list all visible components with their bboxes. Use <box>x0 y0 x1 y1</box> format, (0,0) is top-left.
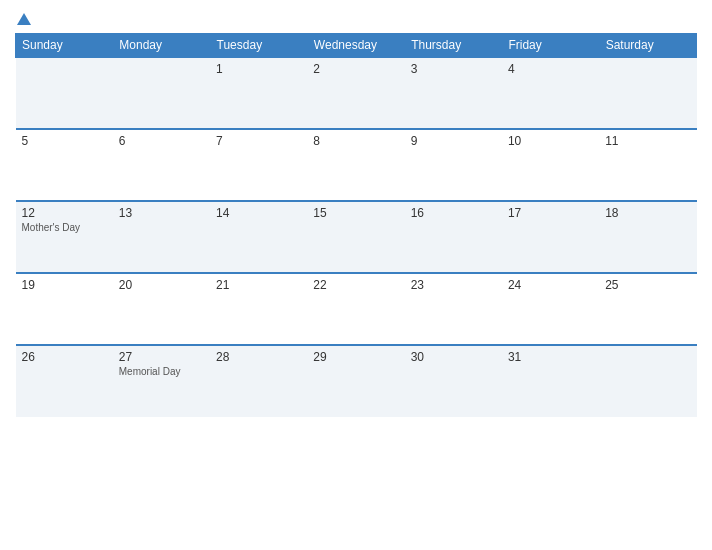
calendar-cell <box>599 57 696 129</box>
calendar-cell: 3 <box>405 57 502 129</box>
weekday-header-monday: Monday <box>113 34 210 58</box>
weekday-header-thursday: Thursday <box>405 34 502 58</box>
header <box>15 10 697 25</box>
calendar-cell: 15 <box>307 201 404 273</box>
day-number: 24 <box>508 278 593 292</box>
calendar-cell: 16 <box>405 201 502 273</box>
calendar-cell: 9 <box>405 129 502 201</box>
calendar-cell: 12Mother's Day <box>16 201 113 273</box>
calendar-header: SundayMondayTuesdayWednesdayThursdayFrid… <box>16 34 697 58</box>
day-number: 8 <box>313 134 398 148</box>
calendar-cell: 21 <box>210 273 307 345</box>
calendar-cell: 1 <box>210 57 307 129</box>
calendar-cell: 2 <box>307 57 404 129</box>
day-number: 14 <box>216 206 301 220</box>
calendar-body: 123456789101112Mother's Day1314151617181… <box>16 57 697 417</box>
logo <box>15 10 31 25</box>
day-number: 27 <box>119 350 204 364</box>
day-number: 13 <box>119 206 204 220</box>
day-number: 12 <box>22 206 107 220</box>
calendar-cell: 8 <box>307 129 404 201</box>
day-number: 16 <box>411 206 496 220</box>
calendar-cell <box>599 345 696 417</box>
day-number: 3 <box>411 62 496 76</box>
day-number: 1 <box>216 62 301 76</box>
calendar-cell: 6 <box>113 129 210 201</box>
calendar-cell: 27Memorial Day <box>113 345 210 417</box>
calendar-cell: 25 <box>599 273 696 345</box>
calendar-cell: 28 <box>210 345 307 417</box>
day-number: 26 <box>22 350 107 364</box>
calendar-cell: 10 <box>502 129 599 201</box>
calendar-cell: 18 <box>599 201 696 273</box>
weekday-row: SundayMondayTuesdayWednesdayThursdayFrid… <box>16 34 697 58</box>
calendar-cell: 22 <box>307 273 404 345</box>
day-number: 2 <box>313 62 398 76</box>
calendar-cell: 24 <box>502 273 599 345</box>
calendar-page: SundayMondayTuesdayWednesdayThursdayFrid… <box>0 0 712 550</box>
day-number: 28 <box>216 350 301 364</box>
calendar-cell: 4 <box>502 57 599 129</box>
day-number: 6 <box>119 134 204 148</box>
event-label: Memorial Day <box>119 366 204 377</box>
calendar-cell: 31 <box>502 345 599 417</box>
calendar-cell: 29 <box>307 345 404 417</box>
calendar-cell: 19 <box>16 273 113 345</box>
day-number: 25 <box>605 278 690 292</box>
calendar-cell: 26 <box>16 345 113 417</box>
day-number: 30 <box>411 350 496 364</box>
calendar-cell: 23 <box>405 273 502 345</box>
calendar-cell: 14 <box>210 201 307 273</box>
day-number: 9 <box>411 134 496 148</box>
calendar-cell <box>16 57 113 129</box>
day-number: 23 <box>411 278 496 292</box>
calendar-cell: 5 <box>16 129 113 201</box>
weekday-header-saturday: Saturday <box>599 34 696 58</box>
calendar-cell: 30 <box>405 345 502 417</box>
day-number: 22 <box>313 278 398 292</box>
weekday-header-sunday: Sunday <box>16 34 113 58</box>
day-number: 20 <box>119 278 204 292</box>
day-number: 29 <box>313 350 398 364</box>
logo-triangle-icon <box>17 13 31 25</box>
day-number: 17 <box>508 206 593 220</box>
day-number: 10 <box>508 134 593 148</box>
day-number: 4 <box>508 62 593 76</box>
event-label: Mother's Day <box>22 222 107 233</box>
calendar-cell <box>113 57 210 129</box>
calendar-cell: 13 <box>113 201 210 273</box>
day-number: 19 <box>22 278 107 292</box>
week-row-3: 12Mother's Day131415161718 <box>16 201 697 273</box>
calendar-cell: 11 <box>599 129 696 201</box>
weekday-header-tuesday: Tuesday <box>210 34 307 58</box>
calendar-cell: 7 <box>210 129 307 201</box>
day-number: 11 <box>605 134 690 148</box>
calendar-cell: 17 <box>502 201 599 273</box>
week-row-1: 1234 <box>16 57 697 129</box>
day-number: 31 <box>508 350 593 364</box>
day-number: 15 <box>313 206 398 220</box>
weekday-header-friday: Friday <box>502 34 599 58</box>
day-number: 21 <box>216 278 301 292</box>
week-row-5: 2627Memorial Day28293031 <box>16 345 697 417</box>
calendar-cell: 20 <box>113 273 210 345</box>
weekday-header-wednesday: Wednesday <box>307 34 404 58</box>
day-number: 18 <box>605 206 690 220</box>
day-number: 5 <box>22 134 107 148</box>
week-row-4: 19202122232425 <box>16 273 697 345</box>
week-row-2: 567891011 <box>16 129 697 201</box>
calendar-table: SundayMondayTuesdayWednesdayThursdayFrid… <box>15 33 697 417</box>
day-number: 7 <box>216 134 301 148</box>
